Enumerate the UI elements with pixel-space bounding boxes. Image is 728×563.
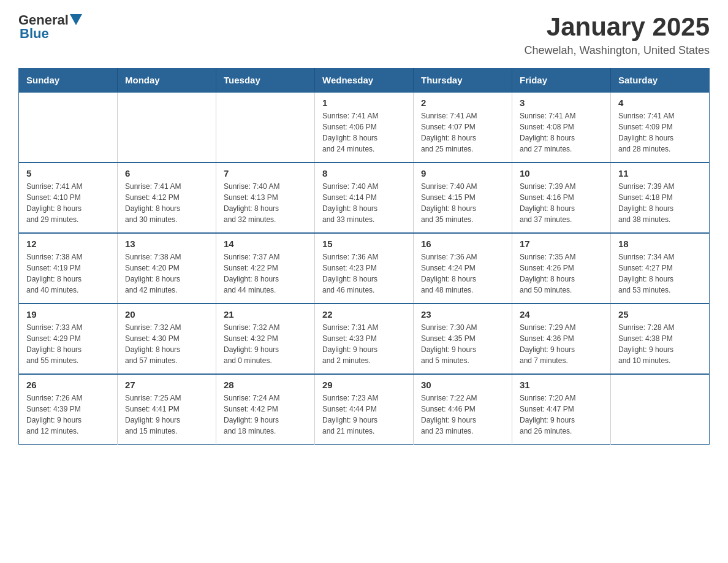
calendar-day-cell: 21Sunrise: 7:32 AMSunset: 4:32 PMDayligh… <box>216 304 315 374</box>
day-number: 25 <box>618 309 702 320</box>
calendar-day-header: Sunday <box>19 69 118 93</box>
day-info: Sunrise: 7:41 AMSunset: 4:08 PMDaylight:… <box>520 110 603 155</box>
day-info: Sunrise: 7:31 AMSunset: 4:33 PMDaylight:… <box>322 322 406 366</box>
calendar-day-cell: 16Sunrise: 7:36 AMSunset: 4:24 PMDayligh… <box>414 233 512 304</box>
day-number: 30 <box>421 380 504 390</box>
calendar-header: SundayMondayTuesdayWednesdayThursdayFrid… <box>19 69 710 93</box>
day-info: Sunrise: 7:38 AMSunset: 4:20 PMDaylight:… <box>125 251 208 296</box>
day-number: 6 <box>125 168 208 178</box>
day-number: 1 <box>322 98 406 108</box>
logo-text-blue: Blue <box>20 26 49 42</box>
day-info: Sunrise: 7:41 AMSunset: 4:09 PMDaylight:… <box>618 110 702 155</box>
day-number: 21 <box>224 309 307 320</box>
day-number: 17 <box>520 239 603 249</box>
logo-arrow-icon <box>70 14 82 26</box>
calendar-day-cell: 15Sunrise: 7:36 AMSunset: 4:23 PMDayligh… <box>315 233 414 304</box>
day-info: Sunrise: 7:41 AMSunset: 4:12 PMDaylight:… <box>125 181 208 225</box>
calendar-day-cell: 7Sunrise: 7:40 AMSunset: 4:13 PMDaylight… <box>216 163 315 233</box>
calendar-week-row: 19Sunrise: 7:33 AMSunset: 4:29 PMDayligh… <box>19 304 710 374</box>
day-info: Sunrise: 7:40 AMSunset: 4:15 PMDaylight:… <box>421 181 504 225</box>
day-number: 7 <box>224 168 307 178</box>
calendar-day-cell: 19Sunrise: 7:33 AMSunset: 4:29 PMDayligh… <box>19 304 118 374</box>
day-number: 10 <box>520 168 603 178</box>
calendar-day-cell: 27Sunrise: 7:25 AMSunset: 4:41 PMDayligh… <box>118 374 216 445</box>
day-info: Sunrise: 7:30 AMSunset: 4:35 PMDaylight:… <box>421 322 504 366</box>
day-info: Sunrise: 7:40 AMSunset: 4:13 PMDaylight:… <box>224 181 307 225</box>
calendar-day-header: Thursday <box>414 69 512 93</box>
calendar-day-cell: 17Sunrise: 7:35 AMSunset: 4:26 PMDayligh… <box>512 233 611 304</box>
day-number: 2 <box>421 98 504 108</box>
calendar-day-cell: 26Sunrise: 7:26 AMSunset: 4:39 PMDayligh… <box>19 374 118 445</box>
calendar-day-cell <box>19 92 118 163</box>
page-title: January 2025 <box>524 12 710 42</box>
calendar-header-row: SundayMondayTuesdayWednesdayThursdayFrid… <box>19 69 710 93</box>
calendar-day-cell: 20Sunrise: 7:32 AMSunset: 4:30 PMDayligh… <box>118 304 216 374</box>
day-number: 31 <box>520 380 603 390</box>
calendar-day-cell: 3Sunrise: 7:41 AMSunset: 4:08 PMDaylight… <box>512 92 611 163</box>
calendar-day-cell: 13Sunrise: 7:38 AMSunset: 4:20 PMDayligh… <box>118 233 216 304</box>
day-info: Sunrise: 7:36 AMSunset: 4:23 PMDaylight:… <box>322 251 406 296</box>
calendar-day-cell: 18Sunrise: 7:34 AMSunset: 4:27 PMDayligh… <box>611 233 710 304</box>
day-number: 20 <box>125 309 208 320</box>
calendar-day-cell: 4Sunrise: 7:41 AMSunset: 4:09 PMDaylight… <box>611 92 710 163</box>
day-info: Sunrise: 7:35 AMSunset: 4:26 PMDaylight:… <box>520 251 603 296</box>
calendar-day-cell: 28Sunrise: 7:24 AMSunset: 4:42 PMDayligh… <box>216 374 315 445</box>
calendar-day-cell: 24Sunrise: 7:29 AMSunset: 4:36 PMDayligh… <box>512 304 611 374</box>
day-info: Sunrise: 7:23 AMSunset: 4:44 PMDaylight:… <box>322 393 406 437</box>
day-number: 19 <box>26 309 110 320</box>
calendar-day-cell: 12Sunrise: 7:38 AMSunset: 4:19 PMDayligh… <box>19 233 118 304</box>
day-number: 15 <box>322 239 406 249</box>
day-number: 12 <box>26 239 110 249</box>
day-number: 5 <box>26 168 110 178</box>
day-info: Sunrise: 7:38 AMSunset: 4:19 PMDaylight:… <box>26 251 110 296</box>
calendar-day-cell: 6Sunrise: 7:41 AMSunset: 4:12 PMDaylight… <box>118 163 216 233</box>
day-info: Sunrise: 7:39 AMSunset: 4:16 PMDaylight:… <box>520 181 603 225</box>
calendar-day-cell: 9Sunrise: 7:40 AMSunset: 4:15 PMDaylight… <box>414 163 512 233</box>
day-info: Sunrise: 7:33 AMSunset: 4:29 PMDaylight:… <box>26 322 110 366</box>
day-number: 13 <box>125 239 208 249</box>
calendar-day-cell: 22Sunrise: 7:31 AMSunset: 4:33 PMDayligh… <box>315 304 414 374</box>
day-info: Sunrise: 7:40 AMSunset: 4:14 PMDaylight:… <box>322 181 406 225</box>
day-info: Sunrise: 7:28 AMSunset: 4:38 PMDaylight:… <box>618 322 702 366</box>
day-number: 9 <box>421 168 504 178</box>
day-number: 16 <box>421 239 504 249</box>
calendar-day-cell <box>611 374 710 445</box>
day-number: 11 <box>618 168 702 178</box>
day-info: Sunrise: 7:32 AMSunset: 4:32 PMDaylight:… <box>224 322 307 366</box>
calendar-week-row: 26Sunrise: 7:26 AMSunset: 4:39 PMDayligh… <box>19 374 710 445</box>
calendar-week-row: 5Sunrise: 7:41 AMSunset: 4:10 PMDaylight… <box>19 163 710 233</box>
calendar-day-header: Wednesday <box>315 69 414 93</box>
calendar-day-cell: 25Sunrise: 7:28 AMSunset: 4:38 PMDayligh… <box>611 304 710 374</box>
day-number: 8 <box>322 168 406 178</box>
calendar-day-cell: 31Sunrise: 7:20 AMSunset: 4:47 PMDayligh… <box>512 374 611 445</box>
day-number: 4 <box>618 98 702 108</box>
day-info: Sunrise: 7:34 AMSunset: 4:27 PMDaylight:… <box>618 251 702 296</box>
day-number: 26 <box>26 380 110 390</box>
calendar-table: SundayMondayTuesdayWednesdayThursdayFrid… <box>18 68 710 445</box>
day-info: Sunrise: 7:20 AMSunset: 4:47 PMDaylight:… <box>520 393 603 437</box>
day-info: Sunrise: 7:41 AMSunset: 4:06 PMDaylight:… <box>322 110 406 155</box>
day-info: Sunrise: 7:37 AMSunset: 4:22 PMDaylight:… <box>224 251 307 296</box>
calendar-day-cell: 8Sunrise: 7:40 AMSunset: 4:14 PMDaylight… <box>315 163 414 233</box>
svg-marker-0 <box>70 14 82 25</box>
day-number: 22 <box>322 309 406 320</box>
calendar-body: 1Sunrise: 7:41 AMSunset: 4:06 PMDaylight… <box>19 92 710 445</box>
calendar-day-cell <box>216 92 315 163</box>
calendar-day-header: Friday <box>512 69 611 93</box>
day-number: 27 <box>125 380 208 390</box>
day-info: Sunrise: 7:22 AMSunset: 4:46 PMDaylight:… <box>421 393 504 437</box>
day-number: 29 <box>322 380 406 390</box>
day-info: Sunrise: 7:39 AMSunset: 4:18 PMDaylight:… <box>618 181 702 225</box>
day-info: Sunrise: 7:25 AMSunset: 4:41 PMDaylight:… <box>125 393 208 437</box>
day-number: 3 <box>520 98 603 108</box>
calendar-day-cell: 1Sunrise: 7:41 AMSunset: 4:06 PMDaylight… <box>315 92 414 163</box>
day-info: Sunrise: 7:41 AMSunset: 4:10 PMDaylight:… <box>26 181 110 225</box>
day-info: Sunrise: 7:32 AMSunset: 4:30 PMDaylight:… <box>125 322 208 366</box>
day-number: 28 <box>224 380 307 390</box>
calendar-day-cell: 14Sunrise: 7:37 AMSunset: 4:22 PMDayligh… <box>216 233 315 304</box>
page-subtitle: Chewelah, Washington, United States <box>524 44 710 57</box>
calendar-day-cell: 2Sunrise: 7:41 AMSunset: 4:07 PMDaylight… <box>414 92 512 163</box>
day-info: Sunrise: 7:24 AMSunset: 4:42 PMDaylight:… <box>224 393 307 437</box>
calendar-week-row: 1Sunrise: 7:41 AMSunset: 4:06 PMDaylight… <box>19 92 710 163</box>
logo: General Blue <box>18 12 82 42</box>
